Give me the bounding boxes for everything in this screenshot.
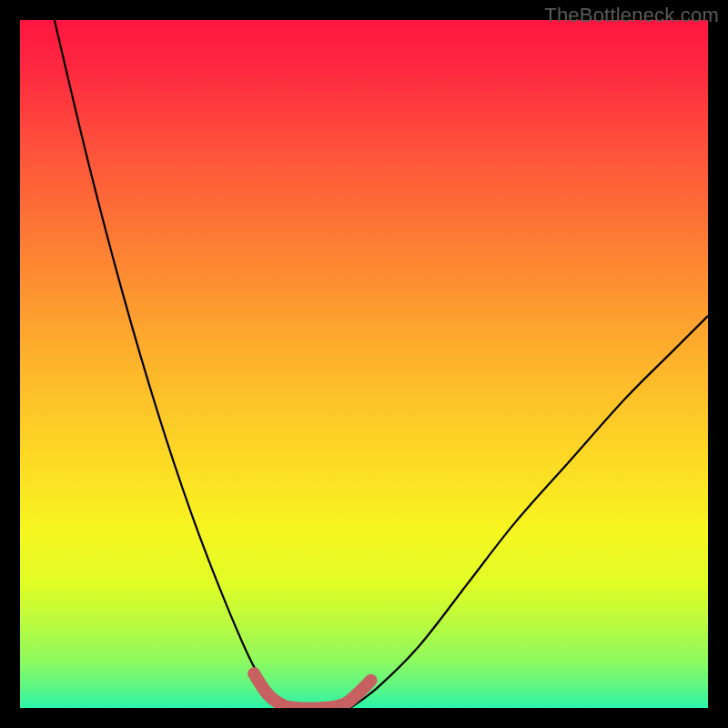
watermark-text: TheBottleneck.com [544, 4, 719, 27]
bottleneck-chart [20, 20, 708, 708]
chart-frame [20, 20, 708, 708]
gradient-background [20, 20, 708, 708]
